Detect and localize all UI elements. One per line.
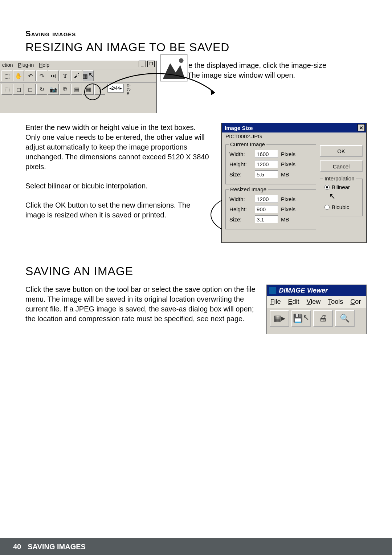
compare-icon[interactable]: ⧉ xyxy=(60,84,70,95)
thumbnails-icon[interactable]: ▦▸ xyxy=(270,310,289,327)
label: Height: xyxy=(229,206,252,212)
svg-point-2 xyxy=(179,58,184,63)
text-icon[interactable]: 𝐓 xyxy=(60,70,70,81)
menu-view[interactable]: View xyxy=(307,298,321,306)
instruction-text: Enter the new width or height value in t… xyxy=(25,123,212,172)
section2-body: Click the save button on the tool bar or… xyxy=(25,285,258,334)
tool-icon[interactable]: ⬚ xyxy=(1,84,12,95)
resized-height-input[interactable]: 900 xyxy=(255,205,278,213)
resized-image-fieldset: Resized Image Width: 1200 Pixels Height:… xyxy=(225,189,316,229)
menu-item[interactable]: Plug-in xyxy=(18,62,34,68)
instruction-text: Select bilinear or bicubic interpolation… xyxy=(25,181,212,191)
label: Width: xyxy=(229,196,252,202)
print-icon[interactable]: 🖨 xyxy=(313,310,333,327)
bicubic-radio[interactable]: Bicubic xyxy=(324,204,358,210)
ok-button[interactable]: OK xyxy=(320,145,363,157)
hand-icon[interactable]: ✋ xyxy=(13,70,24,81)
paint-icon[interactable]: 🖌 xyxy=(71,70,82,81)
menu-cor[interactable]: Cor xyxy=(350,298,361,306)
current-size-value: 5.5 xyxy=(255,170,278,178)
cursor-icon: ↖ xyxy=(329,192,335,201)
cancel-button[interactable]: Cancel xyxy=(320,160,363,172)
section-label: Saving images xyxy=(25,29,367,38)
label: Size: xyxy=(229,171,252,177)
tool-icon[interactable]: ◻ xyxy=(13,84,24,95)
label: Width: xyxy=(229,151,252,157)
app-icon xyxy=(269,287,276,294)
app-menubar: ction Plug-in Help _ ❐ xyxy=(0,61,156,69)
maximize-icon[interactable]: ❐ xyxy=(147,61,155,67)
menu-tools[interactable]: Tools xyxy=(328,298,343,306)
tool-icon[interactable]: ◻ xyxy=(25,84,36,95)
filename-label: PICT0002.JPG xyxy=(222,132,366,142)
camera-icon[interactable]: 📷 xyxy=(48,84,59,95)
bilinear-radio[interactable]: Bilinear xyxy=(324,184,358,190)
menu-file[interactable]: File xyxy=(270,298,281,306)
skip-icon[interactable]: ⏭ xyxy=(48,70,59,81)
intro-text: To resize the displayed image, click the… xyxy=(163,61,348,80)
section-heading: SAVING AN IMAGE xyxy=(25,265,367,278)
unit-label: Pixels xyxy=(281,161,298,167)
menu-item[interactable]: Help xyxy=(39,62,49,68)
rotate-icon[interactable]: ↻ xyxy=(36,84,47,95)
image-size-icon[interactable]: ▦↖ xyxy=(83,70,94,81)
filter-icon[interactable]: ▦ xyxy=(83,84,94,95)
unit-label: Pixels xyxy=(281,196,298,202)
unit-label: MB xyxy=(281,171,298,177)
current-width-value: 1600 xyxy=(255,150,278,158)
viewer-titlebar: DiMAGE Viewer xyxy=(267,285,366,296)
interpolation-fieldset: Interpolation Bilinear ↖ Bicubic xyxy=(320,179,363,216)
footer-label: SAVING IMAGES xyxy=(28,543,86,551)
page-footer: 40 SAVING IMAGES xyxy=(0,538,392,555)
app-toolbar-screenshot: ction Plug-in Help _ ❐ ⬚ ✋ ↶ ↷ ⏭ 𝐓 🖌 ▦↖ … xyxy=(0,61,157,113)
resized-width-input[interactable]: 1200 xyxy=(255,195,278,203)
page-icon[interactable]: ▤ xyxy=(71,84,82,95)
nav-count: ◂ 2/44 ▸ xyxy=(107,84,124,93)
dialog-titlebar: Image Size ✕ xyxy=(222,123,366,132)
instruction-text: Click the OK button to set the new dimen… xyxy=(25,200,212,220)
redo-icon[interactable]: ↷ xyxy=(36,70,47,81)
crop-icon[interactable]: ⬚ xyxy=(1,70,12,81)
menu-item[interactable]: ction xyxy=(2,62,13,68)
unit-label: MB xyxy=(281,216,298,223)
viewer-window: DiMAGE Viewer File Edit View Tools Cor ▦… xyxy=(266,285,367,334)
cursor-icon: ↖ xyxy=(303,313,309,322)
doc-icon[interactable]: ▯ xyxy=(94,84,105,95)
current-height-value: 1200 xyxy=(255,160,278,168)
page-number: 40 xyxy=(13,543,21,551)
rgb-readout: R:G:B: xyxy=(127,84,131,96)
zoom-icon[interactable]: 🔍 xyxy=(335,310,355,327)
close-icon[interactable]: ✕ xyxy=(358,124,365,131)
cursor-icon: ↖ xyxy=(88,70,94,80)
image-size-dialog: Image Size ✕ PICT0002.JPG Current Image … xyxy=(221,123,367,243)
unit-label: Pixels xyxy=(281,206,298,212)
label: Size: xyxy=(229,216,252,223)
save-icon[interactable]: 💾↖ xyxy=(291,310,311,327)
menu-edit[interactable]: Edit xyxy=(288,298,299,306)
viewer-menubar: File Edit View Tools Cor xyxy=(267,296,366,308)
image-thumbnail xyxy=(160,54,188,82)
current-image-fieldset: Current Image Width: 1600 Pixels Height:… xyxy=(225,144,316,184)
resized-size-value: 3.1 xyxy=(255,215,278,223)
unit-label: Pixels xyxy=(281,151,298,157)
radio-icon xyxy=(324,185,330,190)
label: Height: xyxy=(229,161,252,167)
minimize-icon[interactable]: _ xyxy=(139,61,146,67)
undo-icon[interactable]: ↶ xyxy=(25,70,36,81)
radio-icon xyxy=(324,205,330,210)
page-title: RESIZING AN IMAGE TO BE SAVED xyxy=(25,41,367,54)
